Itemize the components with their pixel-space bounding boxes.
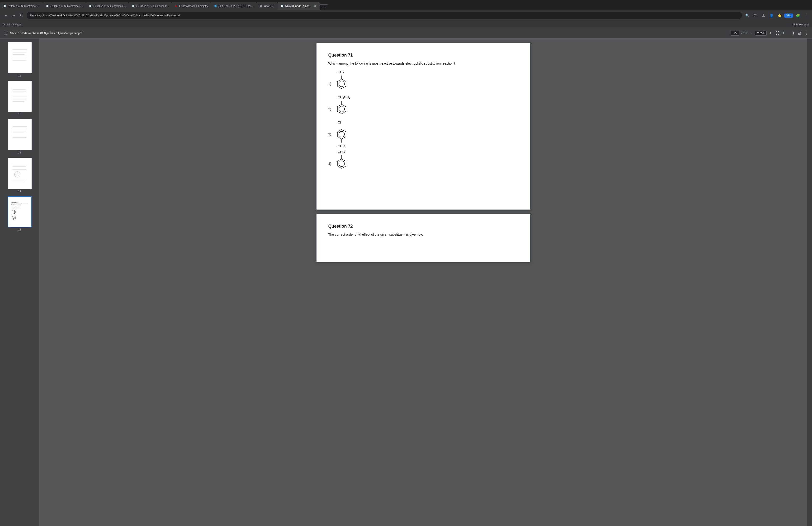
tab-3-label: Syllabus of Subject wise P...	[93, 4, 126, 8]
bookmark-gmail[interactable]: Gmail	[3, 23, 10, 26]
substituent-1: CH₃	[338, 70, 344, 74]
tab-6-label: SEXUAL REPRODUCTION ...	[218, 4, 253, 8]
benzene-1	[332, 74, 351, 94]
pdf-controls: 15 / 39 − 202% +	[731, 31, 772, 36]
tab-5-label: Hydrocarbons Chemistry	[179, 4, 208, 8]
tab-2-favicon: 📄	[46, 4, 49, 8]
bookmarks-bar: Gmail 🗺 Maps All Bookmarks	[0, 21, 812, 28]
pdf-toolbar: ☰ Nbts 01 Code -A phase 01 0ym batch Que…	[0, 28, 812, 39]
all-bookmarks[interactable]: All Bookmarks	[793, 23, 809, 26]
svg-point-55	[339, 161, 345, 167]
tab-1-favicon: 📄	[3, 4, 6, 8]
more-options-button[interactable]: ⋮	[804, 31, 808, 35]
thumbnail-12-num: 12	[2, 113, 37, 115]
svg-point-46	[339, 81, 345, 87]
tab-6-favicon: 🌐	[214, 4, 217, 8]
menu-icon[interactable]: ⋮	[802, 12, 809, 19]
rotate-button[interactable]: ↺	[781, 31, 784, 35]
right-controls: 🔍 🛡 ⚠ 👤 ⭐ VPN 🧩 ⋮	[744, 12, 809, 19]
tab-4[interactable]: 📄 Syllabus of Subject wise P...	[129, 2, 172, 10]
sidebar-toggle-button[interactable]: ☰	[4, 31, 7, 35]
back-button[interactable]: ←	[3, 12, 10, 19]
refresh-button[interactable]: ↻	[18, 12, 25, 19]
tab-5[interactable]: ▶ Hydrocarbons Chemistry	[172, 2, 211, 10]
url-bar[interactable]: File /Users/Moon/Desktop/POLL/Nbts%2001%…	[27, 12, 742, 19]
tab-8-active[interactable]: 📄 Nbts 01 Code -A pha... ✕	[278, 2, 320, 10]
substituent-3-top: Cl	[338, 120, 341, 124]
print-button[interactable]: 🖨	[798, 31, 801, 35]
page-number-input[interactable]: 15	[731, 31, 739, 35]
profile-icon[interactable]: 👤	[768, 12, 775, 19]
structure-3: Cl 3) CHO	[328, 120, 518, 148]
thumbnail-sidebar: 11 12	[0, 39, 39, 526]
thumbnail-13-preview	[8, 119, 32, 150]
structure-2: CH₂CH₃ 2)	[328, 95, 518, 118]
thumbnail-14-num: 14	[2, 189, 37, 193]
page-separator: /	[741, 32, 742, 35]
svg-text:electrophilic substitution?: electrophilic substitution?	[11, 207, 21, 208]
shield-icon[interactable]: 🛡	[752, 12, 758, 19]
thumbnail-13[interactable]: 13	[0, 117, 39, 156]
forward-button[interactable]: →	[11, 12, 17, 19]
thumbnail-13-num: 13	[2, 151, 37, 154]
tab-8-favicon: 📄	[280, 4, 284, 8]
thumbnail-12-preview	[8, 81, 32, 112]
option-num-4: 4)	[328, 162, 331, 166]
tab-5-favicon: ▶	[174, 4, 178, 8]
benzene-3	[332, 125, 351, 144]
tab-1-label: Syllabus of Subject wise P...	[8, 4, 40, 8]
tab-8-close[interactable]: ✕	[313, 4, 317, 8]
thumbnail-14[interactable]: 14	[0, 156, 39, 194]
benzene-2	[332, 100, 351, 118]
zoom-out-button[interactable]: −	[749, 31, 753, 36]
svg-text:Which among the following: Which among the following	[11, 204, 21, 205]
search-icon[interactable]: 🔍	[744, 12, 751, 19]
substituent-4: CHO	[338, 150, 345, 154]
thumbnail-11-num: 11	[2, 74, 37, 77]
svg-text:CH₃: CH₃	[13, 208, 15, 210]
svg-text:is most reactive towards: is most reactive towards	[11, 205, 20, 207]
bookmark-maps[interactable]: 🗺 Maps	[12, 23, 21, 26]
toolbar-icons: ⛶ ↺	[775, 31, 784, 35]
thumbnail-11-preview	[8, 42, 32, 73]
pdf-content[interactable]: Question 71 Which among the following is…	[39, 39, 807, 526]
question-72-text: The correct order of +I effect of the gi…	[328, 232, 518, 237]
fit-page-button[interactable]: ⛶	[775, 31, 779, 35]
vpn-button[interactable]: VPN	[784, 14, 793, 18]
extensions-icon[interactable]: 🧩	[795, 12, 801, 19]
tab-1[interactable]: 📄 Syllabus of Subject wise P...	[0, 2, 43, 10]
tab-4-label: Syllabus of Subject wise P...	[136, 4, 169, 8]
tab-4-favicon: 📄	[132, 4, 135, 8]
tab-bar: 📄 Syllabus of Subject wise P... 📄 Syllab…	[0, 0, 812, 10]
substituent-3-bottom: CHO	[338, 144, 345, 148]
tab-7[interactable]: 🤖 ChatGPT	[257, 2, 278, 10]
address-bar: ← → ↻ File /Users/Moon/Desktop/POLL/Nbts…	[0, 10, 812, 21]
thumbnail-14-preview	[8, 158, 32, 189]
zoom-level: 202%	[755, 31, 767, 35]
url-protocol: File	[29, 14, 34, 17]
tab-8-label: Nbts 01 Code -A pha...	[285, 4, 311, 8]
pdf-title: Nbts 01 Code -A phase 01 0ym batch Quest…	[10, 32, 728, 35]
thumbnail-15-preview: Question 71 Which among the following is…	[8, 196, 32, 227]
svg-point-49	[339, 106, 345, 112]
question-72-title: Question 72	[328, 224, 518, 229]
svg-point-51	[339, 131, 345, 137]
structure-1: CH₃ 1)	[328, 70, 518, 94]
download-button[interactable]: ⬇	[792, 31, 795, 35]
thumbnail-11[interactable]: 11	[0, 40, 39, 79]
benzene-4	[332, 154, 351, 173]
right-panel	[807, 39, 812, 526]
alert-icon[interactable]: ⚠	[760, 12, 767, 19]
tab-3[interactable]: 📄 Syllabus of Subject wise P...	[86, 2, 129, 10]
zoom-in-button[interactable]: +	[769, 31, 772, 36]
thumbnail-12[interactable]: 12	[0, 79, 39, 117]
bookmark-icon[interactable]: ⭐	[776, 12, 783, 19]
new-tab-button[interactable]: +	[320, 4, 328, 10]
thumbnail-15[interactable]: Question 71 Which among the following is…	[0, 194, 39, 233]
tab-6[interactable]: 🌐 SEXUAL REPRODUCTION ...	[211, 2, 257, 10]
tab-2[interactable]: 📄 Syllabus of Subject wise P...	[43, 2, 86, 10]
main-layout: 11 12	[0, 39, 812, 526]
svg-text:Cl: Cl	[11, 215, 12, 215]
svg-text:Question 71: Question 71	[11, 201, 18, 203]
nav-buttons: ← → ↻	[3, 12, 25, 19]
